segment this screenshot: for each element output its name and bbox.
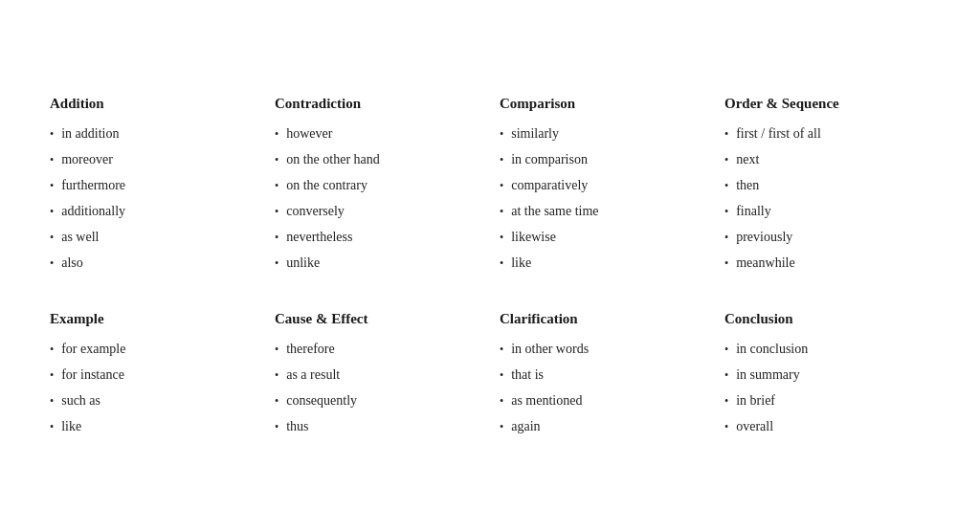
bullet-icon: • bbox=[275, 341, 278, 358]
list-item-text: again bbox=[511, 416, 540, 436]
category-title-example: Example bbox=[50, 311, 256, 327]
list-item-text: similarly bbox=[511, 123, 559, 144]
category-title-contradiction: Contradiction bbox=[275, 96, 480, 112]
category-title-addition: Addition bbox=[50, 96, 256, 112]
list-item-text: at the same time bbox=[511, 201, 598, 221]
list-item-text: next bbox=[736, 149, 759, 169]
list-item-text: in brief bbox=[736, 390, 775, 410]
bullet-icon: • bbox=[500, 229, 503, 246]
bullet-icon: • bbox=[724, 341, 728, 358]
bullet-icon: • bbox=[500, 418, 503, 435]
list-item-text: additionally bbox=[61, 201, 125, 221]
list-item-text: in conclusion bbox=[736, 339, 808, 359]
bullet-icon: • bbox=[724, 255, 728, 272]
bullet-icon: • bbox=[275, 151, 278, 168]
list-item-text: finally bbox=[736, 201, 771, 221]
bullet-icon: • bbox=[500, 151, 503, 168]
list-item: •such as bbox=[50, 390, 256, 410]
list-item: •next bbox=[724, 149, 930, 169]
category-title-conclusion: Conclusion bbox=[724, 311, 930, 327]
list-item: •at the same time bbox=[500, 201, 705, 221]
list-item: •that is bbox=[500, 365, 705, 385]
list-item-text: as a result bbox=[286, 365, 340, 385]
category-list-contradiction: •however•on the other hand•on the contra… bbox=[275, 123, 480, 273]
list-item: •finally bbox=[724, 201, 930, 221]
category-title-cause-effect: Cause & Effect bbox=[275, 311, 480, 327]
bullet-icon: • bbox=[724, 229, 728, 246]
list-item: •in conclusion bbox=[724, 339, 930, 359]
list-item-text: in comparison bbox=[511, 149, 588, 169]
list-item-text: for example bbox=[61, 339, 125, 359]
list-item-text: in other words bbox=[511, 339, 589, 359]
list-item-text: however bbox=[286, 123, 332, 144]
list-item: •unlike bbox=[275, 253, 480, 273]
list-item-text: for instance bbox=[61, 365, 124, 385]
list-item: •similarly bbox=[500, 123, 705, 144]
category-list-addition: •in addition•moreover•furthermore•additi… bbox=[50, 123, 256, 273]
bullet-icon: • bbox=[500, 392, 503, 410]
bullet-icon: • bbox=[724, 392, 728, 410]
list-item-text: on the other hand bbox=[286, 149, 380, 169]
list-item-text: in summary bbox=[736, 365, 800, 385]
bullet-icon: • bbox=[500, 255, 503, 272]
category-title-comparison: Comparison bbox=[500, 96, 705, 112]
list-item-text: like bbox=[511, 253, 531, 273]
list-item: •again bbox=[500, 416, 705, 436]
list-item: •for example bbox=[50, 339, 256, 359]
bullet-icon: • bbox=[275, 366, 278, 384]
bullet-icon: • bbox=[275, 418, 278, 435]
list-item: •moreover bbox=[50, 149, 256, 169]
bullet-icon: • bbox=[500, 366, 503, 384]
list-item: •for instance bbox=[50, 365, 256, 385]
bullet-icon: • bbox=[50, 392, 54, 410]
list-item: •in brief bbox=[724, 390, 930, 410]
category-comparison: Comparison•similarly•in comparison•compa… bbox=[500, 96, 705, 273]
list-item: •therefore bbox=[275, 339, 480, 359]
list-item: •as mentioned bbox=[500, 390, 705, 410]
list-item: •in summary bbox=[724, 365, 930, 385]
list-item: •however bbox=[275, 123, 480, 144]
list-item-text: like bbox=[61, 416, 81, 436]
list-item-text: then bbox=[736, 175, 759, 195]
list-item-text: on the contrary bbox=[286, 175, 368, 195]
list-item-text: as well bbox=[61, 227, 99, 247]
bullet-icon: • bbox=[500, 177, 503, 194]
list-item: •then bbox=[724, 175, 930, 195]
category-list-comparison: •similarly•in comparison•comparatively•a… bbox=[500, 123, 705, 273]
list-item-text: comparatively bbox=[511, 175, 588, 195]
bullet-icon: • bbox=[500, 125, 503, 143]
list-item-text: furthermore bbox=[61, 175, 125, 195]
list-item: •in addition bbox=[50, 123, 256, 144]
list-item: •previously bbox=[724, 227, 930, 247]
list-item: •like bbox=[500, 253, 705, 273]
bullet-icon: • bbox=[500, 203, 503, 220]
category-order-sequence: Order & Sequence•first / first of all•ne… bbox=[724, 96, 930, 273]
category-example: Example•for example•for instance•such as… bbox=[50, 311, 256, 436]
list-item: •as well bbox=[50, 227, 256, 247]
category-list-conclusion: •in conclusion•in summary•in brief•overa… bbox=[724, 339, 930, 436]
list-item: •first / first of all bbox=[724, 123, 930, 144]
list-item-text: in addition bbox=[61, 123, 119, 144]
bullet-icon: • bbox=[724, 151, 728, 168]
list-item: •also bbox=[50, 253, 256, 273]
list-item: •comparatively bbox=[500, 175, 705, 195]
category-clarification: Clarification•in other words•that is•as … bbox=[500, 311, 705, 436]
list-item: •nevertheless bbox=[275, 227, 480, 247]
list-item-text: meanwhile bbox=[736, 253, 794, 273]
bullet-icon: • bbox=[50, 229, 54, 246]
list-item-text: consequently bbox=[286, 390, 357, 410]
category-cause-effect: Cause & Effect•therefore•as a result•con… bbox=[275, 311, 480, 436]
bullet-icon: • bbox=[724, 203, 728, 220]
category-list-clarification: •in other words•that is•as mentioned•aga… bbox=[500, 339, 705, 436]
list-item-text: also bbox=[61, 253, 83, 273]
bullet-icon: • bbox=[724, 418, 728, 435]
list-item: •likewise bbox=[500, 227, 705, 247]
bullet-icon: • bbox=[275, 229, 278, 246]
list-item: •conversely bbox=[275, 201, 480, 221]
list-item-text: nevertheless bbox=[286, 227, 352, 247]
category-list-cause-effect: •therefore•as a result•consequently•thus bbox=[275, 339, 480, 436]
category-contradiction: Contradiction•however•on the other hand•… bbox=[275, 96, 480, 273]
list-item: •overall bbox=[724, 416, 930, 436]
list-item: •consequently bbox=[275, 390, 480, 410]
list-item-text: unlike bbox=[286, 253, 320, 273]
